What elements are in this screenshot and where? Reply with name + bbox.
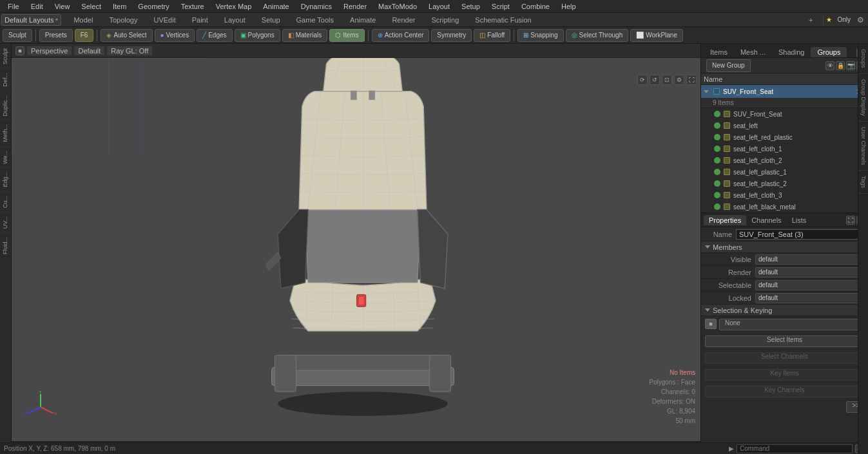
selectable-dropdown[interactable]: default ▾ (755, 280, 865, 290)
symmetry-btn[interactable]: Symmetry (431, 29, 472, 42)
menu-view[interactable]: View (50, 1, 75, 12)
rp-tab-items[interactable]: Items (704, 47, 734, 57)
menu-file[interactable]: File (3, 1, 24, 12)
materials-btn[interactable]: ◧ Materials (282, 29, 328, 42)
render-dropdown[interactable]: default ▾ (755, 267, 865, 278)
key-channels-btn[interactable]: Key Channels (705, 386, 864, 397)
edges-btn[interactable]: ╱ Edges (197, 29, 232, 42)
expand-icon[interactable] (704, 90, 709, 93)
menu-geometry[interactable]: Geometry (133, 1, 174, 12)
reset-icon[interactable]: ↺ (650, 75, 660, 85)
menu-vertex-map[interactable]: Vertex Map (211, 1, 257, 12)
perspective-label[interactable]: Perspective (27, 46, 72, 55)
tab-add[interactable]: + (801, 14, 820, 26)
camera-icon[interactable]: 📷 (846, 61, 855, 70)
vertices-btn[interactable]: ● Vertices (155, 29, 195, 42)
menu-item[interactable]: Item (108, 1, 131, 12)
left-tab-edg[interactable]: Edg... (0, 167, 11, 191)
select-items-btn[interactable]: Select Items (705, 336, 864, 347)
tab-uvedit[interactable]: UVEdit (146, 14, 183, 26)
select-through-btn[interactable]: ◎ Select Through (566, 29, 629, 42)
left-tab-cu[interactable]: Cu... (0, 191, 11, 212)
menu-animate[interactable]: Animate (258, 1, 294, 12)
left-tab-sculpt[interactable]: Sculpt (0, 44, 11, 68)
tree-item-seat-left[interactable]: seat_left (701, 120, 868, 131)
left-tab-we[interactable]: We... (0, 146, 11, 168)
tab-setup[interactable]: Setup (254, 14, 288, 26)
tree-container[interactable]: SUV_Front_Seat 13 9 Items SUV_Front_Seat… (701, 85, 868, 213)
sel-keying-header[interactable]: Selection & Keying (701, 305, 868, 316)
maximize-icon[interactable]: ⛶ (686, 75, 697, 85)
left-tab-def[interactable]: Def... (0, 68, 11, 91)
orbit-icon[interactable]: ⟳ (637, 75, 648, 85)
name-input[interactable] (736, 229, 865, 240)
menu-edit[interactable]: Edit (26, 1, 48, 12)
tree-item-seat-left-red-plastic[interactable]: seat_left_red_plastic (701, 131, 868, 143)
menu-help[interactable]: Help (556, 1, 581, 12)
shading-label[interactable]: Default (74, 46, 104, 55)
tab-game-tools[interactable]: Game Tools (289, 14, 342, 26)
color-swatch[interactable]: ■ (705, 319, 717, 329)
props-tab-lists[interactable]: Lists (787, 215, 812, 225)
rp-tab-mesh[interactable]: Mesh ... (734, 47, 772, 57)
menu-select[interactable]: Select (76, 1, 106, 12)
menu-layout[interactable]: Layout (423, 1, 455, 12)
tree-item-suv-front-seat[interactable]: SUV_Front_Seat (701, 108, 868, 120)
settings-icon[interactable]: ⚙ (857, 15, 864, 24)
items-btn[interactable]: ⬡ Items (329, 29, 364, 42)
tree-item-seat-left-plastic-1[interactable]: seat_left_plastic_1 (701, 166, 868, 178)
workplane-btn[interactable]: ⬜ WorkPlane (630, 29, 683, 42)
tree-item-seat-left-plastic-2[interactable]: seat_left_plastic_2 (701, 178, 868, 189)
viewport-canvas[interactable]: ⟳ ↺ ⊡ ⚙ ⛶ No Items Polygons : Face Chann… (12, 58, 700, 441)
tree-item-seat-left-black-metal[interactable]: seat_left_black_metal (701, 201, 868, 213)
fit-icon[interactable]: ⊡ (662, 75, 672, 85)
members-section-header[interactable]: Members (701, 241, 868, 253)
members-expand-icon[interactable] (705, 245, 710, 249)
none-btn[interactable]: None (719, 319, 864, 330)
left-tab-uv[interactable]: UV... (0, 212, 11, 232)
sculpt-btn[interactable]: Sculpt (3, 29, 32, 42)
props-expand-icon[interactable]: ⛶ (846, 216, 855, 225)
sel-keying-expand-icon[interactable] (705, 308, 710, 312)
tree-item-group[interactable]: SUV_Front_Seat 13 (701, 85, 868, 98)
new-group-btn[interactable]: New Group (706, 59, 751, 72)
menu-render[interactable]: Render (338, 1, 372, 12)
visible-dropdown[interactable]: default ▾ (755, 254, 865, 265)
key-items-btn[interactable]: Key Items (705, 369, 864, 381)
menu-setup[interactable]: Setup (456, 1, 485, 12)
polygons-btn[interactable]: ▣ Polygons (235, 29, 280, 42)
layout-selector[interactable]: Default Layouts ▾ (1, 14, 61, 26)
tree-item-seat-left-cloth-2[interactable]: seat_left_cloth_2 (701, 155, 868, 166)
menu-maxtomodo[interactable]: MaxToModo (373, 1, 422, 12)
tab-scripting[interactable]: Scripting (424, 14, 467, 26)
lock-icon[interactable]: 🔒 (836, 61, 845, 70)
props-tab-properties[interactable]: Properties (704, 215, 746, 225)
locked-dropdown[interactable]: default ▾ (755, 293, 865, 303)
tab-render[interactable]: Render (384, 14, 423, 26)
tab-paint[interactable]: Paint (184, 14, 216, 26)
viewport-container[interactable]: ■ Perspective Default Ray GL: Off (12, 44, 700, 454)
settings-vp-icon[interactable]: ⚙ (674, 75, 684, 85)
presets-btn[interactable]: Presets (39, 29, 73, 42)
menu-texture[interactable]: Texture (176, 1, 209, 12)
right-vtab-user-channels[interactable]: User Channels (858, 122, 868, 171)
left-tab-duplic[interactable]: Duplic... (0, 91, 11, 120)
menu-script[interactable]: Script (487, 1, 515, 12)
raygl-label[interactable]: Ray GL: Off (107, 46, 152, 55)
left-tab-fluid[interactable]: Fluid... (0, 232, 11, 258)
left-tab-meth[interactable]: Meth... (0, 120, 11, 146)
rp-tab-shading[interactable]: Shading (772, 47, 811, 57)
f6-btn[interactable]: F6 (75, 29, 94, 42)
tab-model[interactable]: Model (66, 14, 101, 26)
right-vtab-group-display[interactable]: Group Display (858, 74, 868, 122)
tree-item-seat-left-cloth-1[interactable]: seat_left_cloth_1 (701, 143, 868, 155)
snapping-btn[interactable]: ⊞ Snapping (517, 29, 563, 42)
props-tab-channels[interactable]: Channels (746, 215, 786, 225)
eye-toggle-icon[interactable]: 👁 (825, 61, 834, 70)
falloff-btn[interactable]: ◫ Falloff (474, 29, 510, 42)
rp-tab-groups[interactable]: Groups (811, 47, 847, 57)
tab-topology[interactable]: Topology (101, 14, 145, 26)
viewport-toggle[interactable]: ■ (15, 46, 24, 55)
tree-item-seat-left-cloth-3[interactable]: seat_left_cloth_3 (701, 189, 868, 201)
action-center-btn[interactable]: ⊕ Action Center (372, 29, 430, 42)
